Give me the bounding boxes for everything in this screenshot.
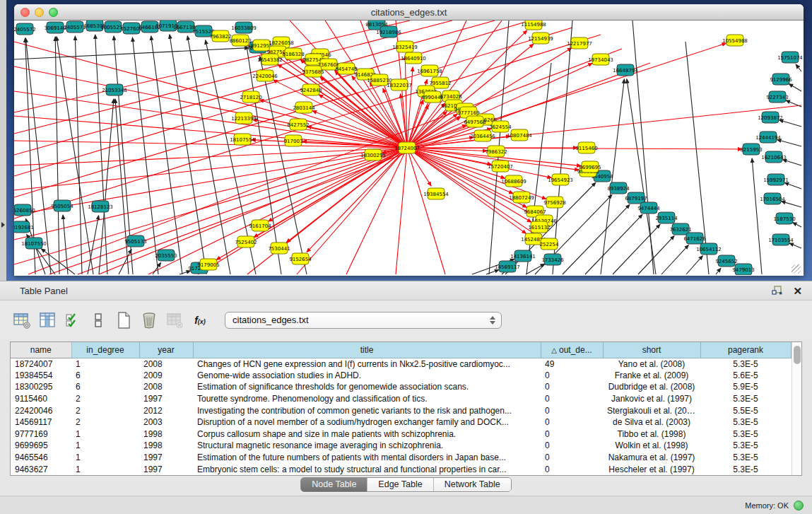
graph-node[interactable]: 917003 xyxy=(284,135,303,146)
graph-node[interactable]: 1187530 xyxy=(773,213,795,224)
float-window-icon[interactable] xyxy=(772,286,783,296)
cell-year[interactable]: 1997 xyxy=(139,393,193,405)
cell-name[interactable]: 22420046 xyxy=(11,404,71,416)
graph-node[interactable]: 1733426 xyxy=(541,254,564,265)
column-visibility-icon[interactable] xyxy=(37,310,58,331)
column-header-year[interactable]: year xyxy=(139,342,193,358)
column-header-name[interactable]: name xyxy=(11,342,71,358)
cell-in_degree[interactable]: 1 xyxy=(71,358,139,370)
minimize-window-icon[interactable] xyxy=(35,8,44,17)
cell-short[interactable]: Jankovic et al. (1997) xyxy=(603,393,700,405)
cell-short[interactable]: de Silva et al. (2003) xyxy=(603,416,700,428)
cell-name[interactable]: 9115460 xyxy=(11,393,71,405)
graph-node[interactable]: 9756928 xyxy=(543,197,565,208)
graph-node[interactable]: 8860123 xyxy=(229,35,251,46)
table-row[interactable]: 911546021997Tourette syndrome. Phenomeno… xyxy=(11,393,791,405)
graph-node[interactable]: 9699695 xyxy=(579,161,601,173)
cell-short[interactable]: Hescheler et al. (1997) xyxy=(603,463,700,475)
graph-node[interactable]: 7530441 xyxy=(268,243,290,254)
cell-pagerank[interactable]: 5.3E-5 xyxy=(700,393,791,405)
cell-name[interactable]: 9699695 xyxy=(11,440,71,452)
graph-node[interactable]: 9242848 xyxy=(300,84,322,95)
graph-node[interactable]: 6471626 xyxy=(683,233,706,244)
cell-year[interactable]: 2012 xyxy=(139,404,193,416)
cell-pagerank[interactable]: 5.6E-5 xyxy=(700,370,791,382)
cell-out_degree[interactable]: 0 xyxy=(541,452,603,464)
cell-pagerank[interactable]: 5.9E-5 xyxy=(700,381,791,393)
column-header-pagerank[interactable]: pagerank xyxy=(700,342,791,358)
cell-name[interactable]: 9777169 xyxy=(11,428,71,440)
graph-node[interactable]: 9505133 xyxy=(124,235,146,247)
cell-name[interactable]: 18724007 xyxy=(11,358,71,370)
graph-node[interactable]: 9479013 xyxy=(732,264,754,275)
graph-node[interactable]: 8186328 xyxy=(282,48,304,59)
graph-node[interactable]: 9375685 xyxy=(302,66,324,77)
scrollbar-thumb[interactable] xyxy=(794,346,801,364)
cell-short[interactable]: Stergiakouli et al. (2012) xyxy=(603,404,700,416)
cell-title[interactable]: Embryonic stem cells: a model to study s… xyxy=(193,463,541,475)
cell-year[interactable]: 1998 xyxy=(139,440,193,452)
table-row[interactable]: 1872400712008Changes of HCN gene express… xyxy=(11,358,791,370)
cell-pagerank[interactable]: 5.5E-5 xyxy=(700,404,791,416)
graph-node[interactable]: 8427552 xyxy=(287,119,309,130)
cell-in_degree[interactable]: 1 xyxy=(71,463,139,475)
cell-pagerank[interactable]: 5.3E-5 xyxy=(700,463,791,475)
new-column-icon[interactable] xyxy=(113,310,134,331)
graph-node[interactable]: 2035553 xyxy=(155,250,177,261)
cell-pagerank[interactable]: 5.3E-5 xyxy=(700,358,791,370)
cell-title[interactable]: Genome-wide association studies in ADHD. xyxy=(193,370,541,382)
cell-title[interactable]: Changes of HCN gene expression and I(f) … xyxy=(193,358,541,370)
cell-name[interactable]: 9463627 xyxy=(11,463,71,475)
graph-node[interactable]: 9152654 xyxy=(289,253,312,264)
table-row[interactable]: 1456911722003Disruption of a novel membe… xyxy=(11,416,791,428)
cell-in_degree[interactable]: 1 xyxy=(71,428,139,440)
graph-node[interactable]: 9245652 xyxy=(715,255,737,267)
cell-out_degree[interactable]: 0 xyxy=(541,370,603,382)
cell-year[interactable]: 2003 xyxy=(139,416,193,428)
window-titlebar[interactable]: citations_edges.txt xyxy=(14,4,804,21)
cell-short[interactable]: Tibbo et al. (1998) xyxy=(603,428,700,440)
cell-title[interactable]: Investigating the contribution of common… xyxy=(193,404,541,416)
graph-node[interactable]: 1615132 xyxy=(528,221,550,233)
cell-title[interactable]: Structural magnetic resonance image aver… xyxy=(193,440,541,452)
graph-node[interactable]: 9505054 xyxy=(51,200,73,211)
cell-out_degree[interactable]: 0 xyxy=(541,381,603,393)
graph-node[interactable]: 2718120 xyxy=(240,91,261,103)
cell-pagerank[interactable]: 5.3E-5 xyxy=(700,416,791,428)
cell-short[interactable]: Dudbridge et al. (2008) xyxy=(603,381,700,393)
graph-node[interactable]: 252254 xyxy=(540,238,559,250)
table-row[interactable]: 977716911998Corpus callosum shape and si… xyxy=(11,428,791,440)
cell-title[interactable]: Tourette syndrome. Phenomenology and cla… xyxy=(193,393,541,405)
graph-node[interactable]: 2405572 xyxy=(14,23,36,35)
delete-table-icon[interactable] xyxy=(164,310,185,331)
table-row[interactable]: 2242004622012Investigating the contribut… xyxy=(11,404,791,416)
cell-in_degree[interactable]: 2 xyxy=(71,404,139,416)
close-window-icon[interactable] xyxy=(20,8,30,17)
cell-name[interactable]: 18300295 xyxy=(11,381,71,393)
table-row[interactable]: 1938455462009Genome-wide association stu… xyxy=(11,370,791,382)
column-header-out_degree[interactable]: △out_de... xyxy=(541,342,603,358)
cell-out_degree[interactable]: 49 xyxy=(541,358,603,370)
cell-out_degree[interactable]: 0 xyxy=(541,404,603,416)
network-graph[interactable]: 1872400724055723069140240557116853081005… xyxy=(14,21,802,275)
cell-out_degree[interactable]: 0 xyxy=(541,393,603,405)
cell-in_degree[interactable]: 6 xyxy=(71,370,139,382)
graph-node[interactable]: 7986322 xyxy=(485,146,507,157)
cell-title[interactable]: Estimation of significance thresholds fo… xyxy=(193,381,541,393)
zoom-window-icon[interactable] xyxy=(49,8,58,17)
graph-node[interactable]: 8938924 xyxy=(607,182,630,194)
cell-out_degree[interactable]: 0 xyxy=(541,428,603,440)
cell-name[interactable]: 9465546 xyxy=(11,452,71,464)
table-scrollbar[interactable] xyxy=(792,342,802,475)
row-height-icon[interactable] xyxy=(88,310,109,331)
memory-status-icon[interactable] xyxy=(794,501,804,510)
cell-year[interactable]: 1997 xyxy=(139,452,193,464)
graph-node[interactable]: 6497568 xyxy=(464,116,486,127)
graph-node[interactable]: 9227343 xyxy=(766,91,788,103)
table-mode-icon[interactable] xyxy=(11,310,33,331)
table-row[interactable]: 1830029562008Estimation of significance … xyxy=(11,381,791,393)
cell-pagerank[interactable]: 5.3E-5 xyxy=(700,452,791,464)
splitter-arrow-icon[interactable] xyxy=(1,222,5,228)
cell-in_degree[interactable]: 1 xyxy=(71,452,139,464)
cell-in_degree[interactable]: 6 xyxy=(71,381,139,393)
